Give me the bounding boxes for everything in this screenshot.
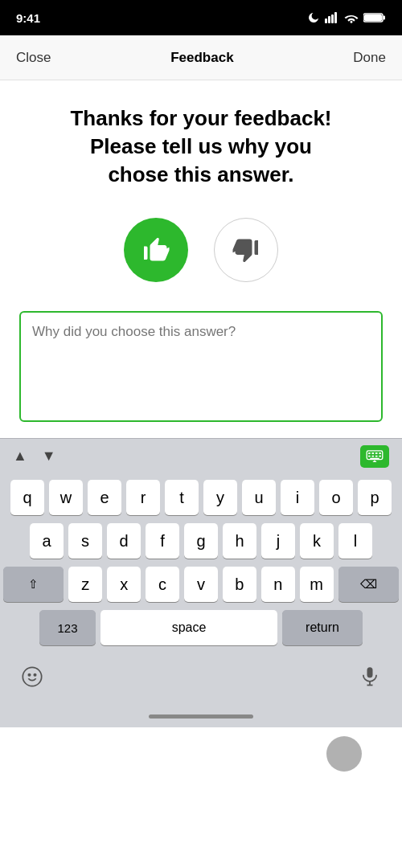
svg-rect-6 [384,16,386,20]
moon-icon [307,11,320,24]
done-button[interactable]: Done [353,50,386,66]
key-row-1: q w e r t y u i o p [3,480,399,515]
key-t[interactable]: t [165,480,199,515]
signal-icon [325,12,339,23]
svg-rect-2 [331,14,334,23]
svg-rect-20 [367,668,373,678]
thumbs-up-icon [142,235,170,264]
key-row-4: 123 space return [3,610,399,645]
key-r[interactable]: r [126,480,160,515]
mic-button[interactable] [354,661,386,693]
keyboard-toolbar: ▲ ▼ [0,438,402,473]
key-space[interactable]: space [100,610,277,645]
svg-rect-14 [375,455,378,457]
svg-point-19 [34,674,35,676]
home-bar [149,714,253,719]
svg-rect-10 [375,452,378,454]
svg-rect-1 [328,16,330,23]
key-z[interactable]: z [68,567,102,602]
key-b[interactable]: b [223,567,256,602]
keyboard-dismiss-button[interactable] [360,445,389,468]
svg-rect-13 [371,455,374,457]
touch-indicator [326,736,362,772]
key-j[interactable]: j [261,523,295,559]
toolbar-left: ▲ ▼ [13,448,56,465]
status-time: 9:41 [16,11,40,25]
svg-rect-15 [379,455,381,457]
key-v[interactable]: v [184,567,218,602]
svg-rect-9 [371,452,374,454]
feedback-input-wrap [19,311,383,422]
key-row-2: a s d f g h j k l [3,523,399,559]
svg-point-17 [23,668,41,686]
svg-rect-16 [370,458,379,460]
svg-rect-0 [325,18,327,23]
key-h[interactable]: h [223,523,256,559]
key-l[interactable]: l [338,523,372,559]
feedback-heading: Thanks for your feedback!Please tell us … [19,104,383,189]
emoji-button[interactable] [16,661,48,693]
svg-point-18 [28,674,30,676]
svg-rect-3 [334,12,337,23]
home-indicator [0,705,402,727]
status-bar: 9:41 [0,0,402,35]
key-e[interactable]: e [88,480,121,515]
key-k[interactable]: k [300,523,334,559]
arrow-down-button[interactable]: ▼ [42,448,56,465]
key-g[interactable]: g [184,523,218,559]
feedback-textarea[interactable] [21,313,381,417]
key-o[interactable]: o [319,480,353,515]
key-s[interactable]: s [68,523,102,559]
key-w[interactable]: w [49,480,83,515]
svg-rect-8 [368,452,371,454]
key-shift[interactable]: ⇧ [3,567,64,602]
key-numbers[interactable]: 123 [39,610,96,645]
close-button[interactable]: Close [16,50,51,66]
key-d[interactable]: d [107,523,141,559]
nav-title: Feedback [170,50,233,66]
battery-icon [363,12,386,23]
arrow-up-button[interactable]: ▲ [13,448,27,465]
svg-rect-12 [368,455,371,457]
main-content: Thanks for your feedback!Please tell us … [0,80,402,438]
key-x[interactable]: x [107,567,141,602]
bottom-bar [0,657,402,705]
key-i[interactable]: i [281,480,314,515]
keyboard: q w e r t y u i o p a s d f g h j k l ⇧ … [0,473,402,657]
emoji-icon [21,665,43,688]
thumbs-up-button[interactable] [124,218,188,282]
key-c[interactable]: c [146,567,179,602]
key-u[interactable]: u [242,480,276,515]
key-a[interactable]: a [30,523,64,559]
nav-bar: Close Feedback Done [0,35,402,80]
key-backspace[interactable]: ⌫ [338,567,399,602]
thumbs-down-button[interactable] [214,218,278,282]
key-q[interactable]: q [10,480,44,515]
wifi-icon [344,12,359,23]
status-icons [307,11,386,24]
key-p[interactable]: p [358,480,392,515]
mic-icon [359,665,381,688]
key-y[interactable]: y [203,480,237,515]
key-return[interactable]: return [282,610,363,645]
thumbs-row [19,218,383,282]
key-row-3: ⇧ z x c v b n m ⌫ [3,567,399,602]
svg-rect-11 [379,452,381,454]
key-n[interactable]: n [261,567,295,602]
key-m[interactable]: m [300,567,334,602]
keyboard-icon [366,450,384,463]
svg-rect-5 [364,14,382,21]
thumbs-down-icon [232,235,260,264]
key-f[interactable]: f [146,523,179,559]
